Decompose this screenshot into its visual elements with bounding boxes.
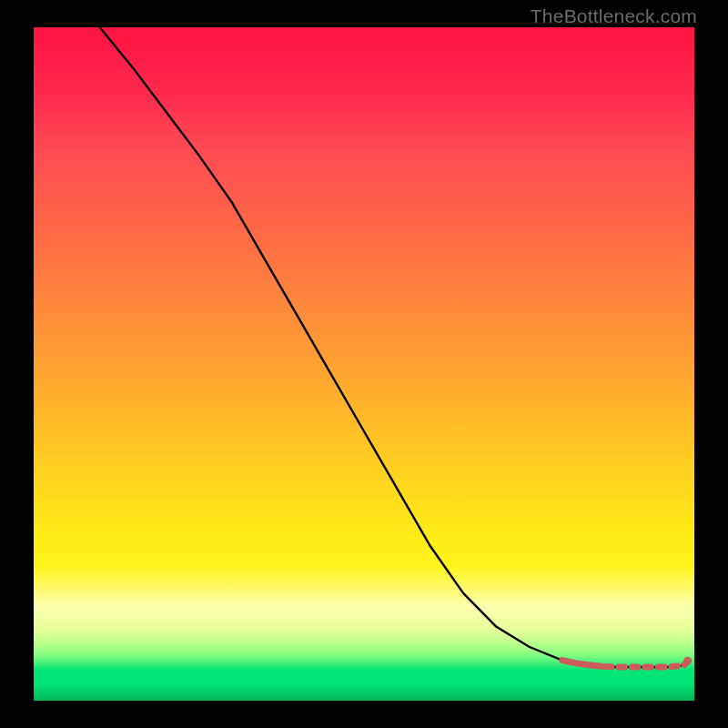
watermark-text: TheBottleneck.com <box>531 5 697 27</box>
chart-frame: TheBottleneck.com <box>0 0 728 728</box>
chart-overlay <box>34 27 694 701</box>
flat-dash <box>672 666 678 667</box>
flat-end-dot <box>683 657 692 665</box>
curve-line <box>100 27 688 667</box>
flat-region-markers <box>562 657 692 667</box>
flat-solid-segment <box>562 661 602 667</box>
